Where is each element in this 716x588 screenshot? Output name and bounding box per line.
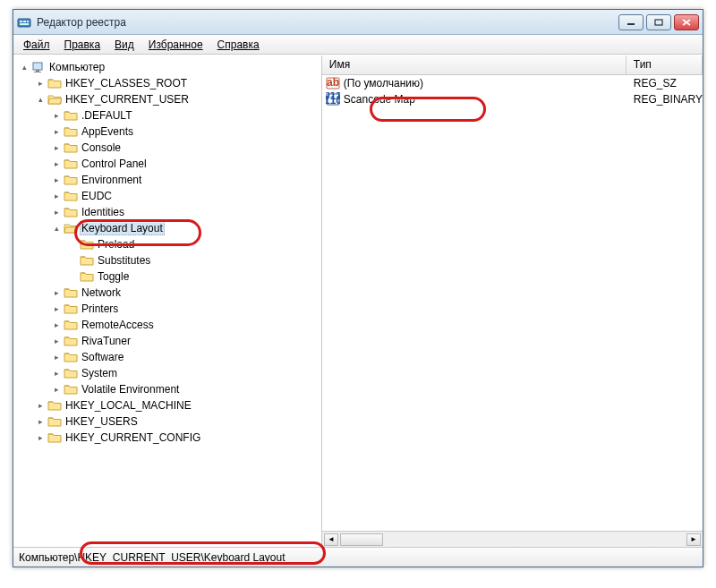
column-type[interactable]: Тип: [626, 55, 703, 74]
menu-edit[interactable]: Правка: [58, 37, 107, 53]
tree-label: System: [80, 367, 119, 379]
status-path: \HKEY_CURRENT_USER\Keyboard Layout: [74, 551, 285, 564]
tree-appevents[interactable]: ▸AppEvents: [17, 124, 320, 140]
tree-label: AppEvents: [80, 125, 135, 138]
value-name: (По умолчанию): [344, 77, 423, 89]
folder-icon: [64, 334, 78, 348]
expand-toggle[interactable]: ▸: [35, 78, 46, 89]
folder-icon: [80, 237, 94, 251]
expand-toggle[interactable]: ▴: [19, 62, 30, 72]
tree-label: Identities: [80, 206, 126, 218]
expand-toggle[interactable]: ▸: [51, 175, 62, 185]
tree-pane[interactable]: ▴Компьютер▸HKEY_CLASSES_ROOT▴HKEY_CURREN…: [13, 55, 322, 547]
tree-label: HKEY_CURRENT_USER: [64, 93, 191, 106]
tree-hkcu[interactable]: ▴HKEY_CURRENT_USER: [17, 91, 320, 107]
horizontal-scrollbar[interactable]: ◄ ►: [322, 531, 703, 547]
expand-toggle[interactable]: ▸: [51, 336, 62, 346]
expand-toggle[interactable]: ▴: [35, 94, 46, 105]
expand-toggle[interactable]: ▸: [51, 368, 62, 379]
tree-label: Software: [80, 351, 125, 363]
svg-rect-11: [34, 72, 41, 72]
tree-label: Substitutes: [96, 254, 152, 267]
svg-rect-0: [18, 19, 30, 27]
svg-rect-1: [20, 21, 22, 22]
scroll-right-button[interactable]: ►: [686, 533, 701, 546]
scroll-left-button[interactable]: ◄: [324, 533, 338, 546]
svg-text:ab: ab: [327, 76, 339, 89]
tree-label: HKEY_USERS: [64, 415, 140, 428]
scroll-track[interactable]: [385, 533, 685, 546]
minimize-button[interactable]: [618, 14, 644, 30]
expand-toggle[interactable]: ▸: [51, 191, 62, 201]
tree-hku[interactable]: ▸HKEY_USERS: [17, 413, 320, 430]
tree-console[interactable]: ▸Console: [17, 140, 320, 156]
expand-toggle[interactable]: ▸: [51, 303, 62, 314]
tree-riva[interactable]: ▸RivaTuner: [17, 333, 320, 349]
tree-env[interactable]: ▸Environment: [17, 172, 320, 188]
value-name: Scancode Map: [344, 93, 415, 106]
tree-label: Toggle: [96, 270, 131, 283]
menu-help[interactable]: Справка: [211, 37, 266, 53]
expand-toggle[interactable]: ▸: [51, 207, 62, 217]
tree-cpanel[interactable]: ▸Control Panel: [17, 156, 320, 172]
folder-icon: [47, 76, 62, 90]
tree-subs[interactable]: Substitutes: [17, 252, 320, 268]
folder-icon: [64, 221, 78, 235]
expand-toggle[interactable]: ▸: [35, 400, 46, 411]
expand-toggle[interactable]: ▸: [51, 158, 62, 169]
tree-hkcc[interactable]: ▸HKEY_CURRENT_CONFIG: [17, 430, 320, 446]
tree-label: Volatile Environment: [80, 383, 181, 396]
expand-toggle[interactable]: ▸: [51, 126, 62, 137]
tree-label: Environment: [80, 174, 143, 186]
menu-view[interactable]: Вид: [108, 37, 141, 53]
tree-remote[interactable]: ▸RemoteAccess: [17, 317, 320, 333]
tree-toggle[interactable]: Toggle: [17, 268, 320, 285]
tree-keyboard-layout[interactable]: ▴Keyboard Layout: [17, 220, 320, 236]
maximize-button[interactable]: [646, 14, 671, 30]
close-button[interactable]: [674, 14, 699, 30]
folder-icon: [64, 173, 78, 187]
tree-software[interactable]: ▸Software: [17, 349, 320, 365]
folder-icon: [64, 382, 78, 396]
expand-toggle[interactable]: ▸: [51, 110, 62, 121]
expand-toggle[interactable]: ▸: [35, 416, 46, 427]
expand-toggle[interactable]: ▸: [51, 142, 62, 153]
tree-preload[interactable]: Preload: [17, 236, 320, 252]
expand-toggle[interactable]: ▸: [51, 320, 62, 330]
folder-icon: [80, 269, 94, 284]
window-title: Редактор реестра: [37, 16, 618, 29]
tree-system[interactable]: ▸System: [17, 365, 320, 381]
tree-label: Network: [80, 286, 123, 299]
tree-default[interactable]: ▸.DEFAULT: [17, 107, 320, 124]
folder-icon: [64, 350, 78, 364]
svg-rect-2: [23, 21, 26, 22]
expand-toggle[interactable]: ▸: [51, 287, 62, 298]
values-pane: Имя Тип ab (По умолчанию) REG_SZ 011110 …: [322, 55, 703, 547]
folder-icon: [64, 124, 78, 139]
titlebar[interactable]: Редактор реестра: [13, 10, 703, 35]
expand-toggle[interactable]: ▸: [35, 432, 46, 443]
status-prefix: Компьютер: [19, 551, 74, 564]
menu-favorites[interactable]: Избранное: [142, 37, 209, 53]
column-name[interactable]: Имя: [322, 55, 626, 74]
folder-icon: [64, 302, 78, 316]
expand-toggle[interactable]: ▸: [51, 384, 62, 395]
tree-hkcr[interactable]: ▸HKEY_CLASSES_ROOT: [17, 75, 320, 91]
tree-hklm[interactable]: ▸HKEY_LOCAL_MACHINE: [17, 397, 320, 413]
tree-ident[interactable]: ▸Identities: [17, 204, 320, 220]
tree-label: Preload: [96, 238, 136, 251]
tree-computer[interactable]: ▴Компьютер: [17, 59, 320, 75]
expand-toggle[interactable]: ▸: [51, 352, 62, 362]
folder-icon: [64, 141, 78, 155]
values-list[interactable]: ab (По умолчанию) REG_SZ 011110 Scancode…: [322, 75, 703, 531]
tree-vole[interactable]: ▸Volatile Environment: [17, 381, 320, 397]
tree-eudc[interactable]: ▸EUDC: [17, 188, 320, 204]
tree-label: Control Panel: [80, 158, 149, 170]
value-row-scancode[interactable]: 011110 Scancode Map REG_BINARY: [322, 91, 703, 107]
tree-network[interactable]: ▸Network: [17, 285, 320, 301]
menu-file[interactable]: Файл: [17, 37, 56, 53]
tree-printers[interactable]: ▸Printers: [17, 301, 320, 317]
expand-toggle[interactable]: ▴: [51, 223, 62, 234]
value-row-default[interactable]: ab (По умолчанию) REG_SZ: [322, 75, 703, 91]
scroll-thumb[interactable]: [340, 533, 383, 546]
